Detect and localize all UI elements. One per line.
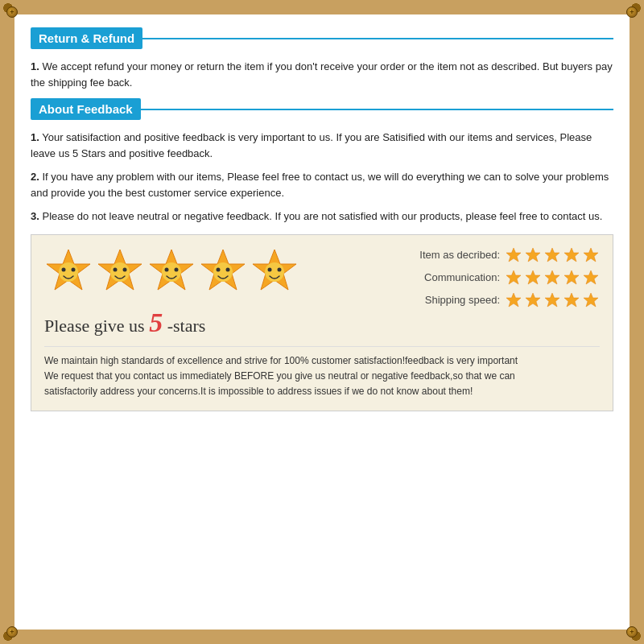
svg-point-10	[165, 267, 169, 271]
svg-marker-27	[545, 270, 559, 284]
give-us-before: Please give us	[44, 316, 149, 336]
svg-point-3	[72, 267, 76, 271]
content-area: Return & Refund 1. We accept refund your…	[14, 14, 630, 630]
item-star-1	[505, 246, 522, 264]
svg-point-2	[62, 267, 66, 271]
svg-marker-31	[526, 293, 540, 307]
svg-marker-26	[526, 270, 540, 284]
point-1-bold: 1.	[31, 60, 39, 72]
return-refund-header-row: Return & Refund	[31, 27, 613, 49]
feedback-point2-text: If you have any problem with our items, …	[31, 171, 609, 199]
svg-marker-33	[564, 293, 579, 307]
about-feedback-header-row: About Feedback	[31, 98, 613, 120]
comm-star-1	[505, 269, 522, 287]
about-feedback-header: About Feedback	[31, 98, 141, 120]
small-stars-communication	[505, 269, 600, 287]
big-star-3	[147, 246, 196, 295]
ship-star-2	[524, 291, 542, 309]
feedback-point1: 1. Your satisifaction and positive feedb…	[31, 130, 613, 161]
big-star-4	[199, 246, 247, 295]
give-us-text: Please give us 5 -stars	[44, 308, 205, 338]
feedback-point2-bold: 2.	[31, 171, 39, 183]
feedback-point1-bold: 1.	[31, 131, 39, 143]
svg-point-14	[217, 267, 221, 271]
svg-point-15	[226, 267, 230, 271]
wood-border: Return & Refund 1. We accept refund your…	[0, 0, 644, 644]
return-refund-text: 1. We accept refund your money or return…	[31, 59, 613, 90]
svg-marker-21	[526, 248, 540, 262]
svg-point-18	[268, 267, 272, 271]
rating-row-communication: Communication:	[411, 269, 600, 287]
rating-grid: Item as decribed: Communication:	[411, 246, 600, 309]
svg-marker-22	[545, 248, 559, 262]
feedback-point1-text: Your satisifaction and positive feedback…	[31, 131, 592, 159]
feedback-point2: 2. If you have any problem with our item…	[31, 169, 613, 200]
svg-marker-23	[564, 248, 579, 262]
ship-star-5	[582, 291, 600, 309]
svg-point-11	[175, 267, 179, 271]
item-star-5	[582, 246, 600, 264]
feedback-box: Please give us 5 -stars Item as decribed…	[31, 234, 613, 412]
big-star-1	[44, 246, 93, 295]
stars-and-ratings: Please give us 5 -stars Item as decribed…	[44, 246, 600, 338]
give-us-number: 5	[149, 308, 163, 337]
comm-star-2	[524, 269, 542, 287]
rating-label-item: Item as decribed:	[411, 249, 500, 261]
screw-tl	[6, 6, 18, 18]
big-star-2	[96, 246, 144, 295]
give-us-after: -stars	[163, 316, 205, 336]
header-line	[142, 38, 613, 39]
feedback-bottom-text: We maintain high standards of excellence…	[44, 346, 600, 400]
big-star-5	[250, 246, 299, 295]
svg-marker-34	[584, 293, 598, 307]
svg-point-7	[123, 267, 127, 271]
feedback-point3: 3. Please do not leave neutral or negati…	[31, 208, 613, 225]
comm-star-5	[582, 269, 600, 287]
small-stars-shipping	[505, 291, 600, 309]
feedback-point3-bold: 3.	[31, 210, 39, 222]
item-star-4	[563, 246, 580, 264]
rating-label-shipping: Shipping speed:	[411, 294, 500, 306]
svg-point-6	[114, 267, 118, 271]
item-star-3	[543, 246, 561, 264]
return-refund-point1: We accept refund your money or return th…	[31, 60, 613, 89]
ship-star-3	[543, 291, 561, 309]
return-refund-header: Return & Refund	[31, 27, 142, 49]
svg-marker-28	[564, 270, 579, 284]
svg-marker-20	[506, 248, 521, 262]
svg-point-19	[278, 267, 282, 271]
screw-br	[626, 626, 638, 638]
feedback-point3-text: Please do not leave neutral or negative …	[42, 210, 602, 222]
feedback-header-line	[141, 109, 613, 110]
svg-marker-30	[506, 293, 521, 307]
svg-marker-32	[545, 293, 559, 307]
rating-row-item: Item as decribed:	[411, 246, 600, 264]
item-star-2	[524, 246, 542, 264]
rating-row-shipping: Shipping speed:	[411, 291, 600, 309]
rating-label-communication: Communication:	[411, 271, 500, 283]
comm-star-4	[563, 269, 580, 287]
ship-star-4	[563, 291, 580, 309]
small-stars-item	[505, 246, 600, 264]
svg-marker-24	[584, 248, 598, 262]
svg-marker-29	[584, 270, 598, 284]
ship-star-1	[505, 291, 522, 309]
big-stars-row	[44, 246, 299, 295]
screw-bl	[6, 626, 18, 638]
svg-marker-25	[506, 270, 521, 284]
screw-tr	[626, 6, 638, 18]
comm-star-3	[543, 269, 561, 287]
left-stars-block: Please give us 5 -stars	[44, 246, 299, 338]
